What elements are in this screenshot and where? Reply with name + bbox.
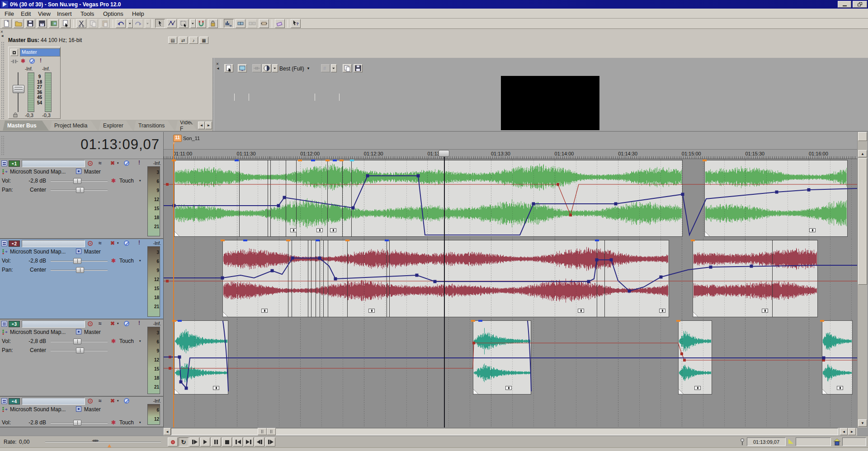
open-project-button[interactable] [14,19,24,28]
save-frame-icon[interactable] [354,64,363,72]
mute-output-icon[interactable] [29,58,35,64]
status-timecode[interactable]: 01:13:09,07 [747,437,786,446]
tab-explorer[interactable]: Explorer [99,121,133,131]
mute-dropdown-icon[interactable]: ▾ [117,322,119,325]
go-to-start-button[interactable] [233,437,243,446]
previous-frame-button[interactable] [255,437,264,446]
tab-video-fx[interactable]: Video F [175,121,197,131]
track-2-badge[interactable]: ◂2 [9,240,20,247]
enable-snapping-button[interactable] [196,19,206,28]
video-properties-icon[interactable] [224,64,233,72]
track-minimize-icon[interactable] [1,398,7,404]
cut-button[interactable] [76,19,86,28]
track-name-field[interactable] [22,160,85,167]
play-from-start-button[interactable] [189,437,199,446]
vol-slider-thumb[interactable] [73,338,81,344]
bus-icon[interactable] [10,49,18,56]
record-arm-button[interactable] [88,241,93,246]
record-button[interactable] [168,437,178,446]
close-preview-icon[interactable]: × [216,61,219,66]
rate-slider-track[interactable] [45,442,161,442]
vol-slider-thumb[interactable] [73,420,81,426]
automation-dropdown-icon[interactable]: ▾ [139,259,141,263]
track-4-header[interactable]: ◂4≈✖▾-Inf.Microsoft Sound Map...MasterVo… [0,397,164,428]
mute-dropdown-icon[interactable]: ▾ [117,241,119,245]
track-3-badge[interactable]: ◂3 [9,321,20,327]
audio-device-icon[interactable] [2,406,8,413]
bus-routing-label[interactable]: Master [84,169,101,175]
mute-button[interactable]: ✖ [110,160,115,166]
tabs-scroll-right[interactable]: ► [205,122,212,129]
vol-value[interactable]: -2,8 dB [18,338,46,344]
snap-cursor-icon[interactable] [740,438,745,446]
solo-button[interactable] [124,160,129,166]
playhead-handle[interactable] [439,150,449,157]
bus-routing-label[interactable]: Master [84,406,101,413]
pan-slider-thumb[interactable] [76,267,84,273]
mute-dropdown-icon[interactable]: ▾ [117,161,119,165]
undo-dropdown-button[interactable] [127,19,133,28]
pan-slider-thumb[interactable] [76,348,84,353]
quality-dropdown-arrow[interactable]: ▼ [307,66,310,70]
device-selector[interactable]: Microsoft Sound Map... [10,329,66,335]
menu-edit[interactable]: Edit [19,10,33,18]
menu-options[interactable]: Options [101,10,125,18]
slip-tool-button[interactable] [259,19,269,28]
whats-this-help-button[interactable]: ? [291,19,301,28]
pan-slider-thumb[interactable] [76,187,84,193]
vscroll-thumb[interactable] [858,158,867,285]
track-envelope-icon[interactable]: ≈ [99,160,102,166]
edit-tool-dropdown-button[interactable] [190,19,196,28]
bus-name-field[interactable]: Master [20,49,60,56]
vol-value[interactable]: -2,8 dB [18,258,46,264]
vol-value[interactable]: -2.8 dB [18,419,46,426]
track-envelope-icon[interactable]: ≈ [99,240,102,246]
automation-mode[interactable]: Touch [119,258,134,264]
cursor-time-display[interactable]: 01:13:09,07 [80,136,160,153]
lock-fader-icon[interactable] [13,112,18,117]
audio-device-icon[interactable] [2,249,8,255]
track-3-header[interactable]: ◂3≈✖▾!-Inf.Microsoft Sound Map...MasterV… [0,319,164,397]
overlays-dropdown[interactable] [331,64,337,72]
automation-dropdown-icon[interactable]: ▾ [139,179,141,183]
track-name-field[interactable] [22,320,85,328]
bus-routing-icon[interactable] [76,406,81,412]
track-minimize-icon[interactable] [1,160,7,166]
track-envelope-icon[interactable]: ≈ [99,398,102,404]
menu-tools[interactable]: Tools [79,10,96,18]
vscroll-up-arrow[interactable]: ▲ [858,150,867,157]
automation-settings-icon[interactable]: ✱ [111,178,116,184]
menu-help[interactable]: Help [130,10,146,18]
copy-frame-icon[interactable] [343,64,352,72]
restore-button[interactable] [853,1,867,8]
dim-output-icon[interactable]: ! [40,57,42,64]
render-as-button[interactable] [49,19,59,28]
eraser-tool-button[interactable] [275,19,285,28]
menu-insert[interactable]: Insert [55,10,74,18]
mute-dropdown-icon[interactable]: ▾ [117,399,119,403]
pan-value[interactable]: Center [18,187,46,193]
pan-value[interactable]: Center [18,267,46,273]
tab-master-bus[interactable]: Master Bus [3,121,49,131]
undo-button[interactable] [116,19,126,28]
track-2-header[interactable]: ◂2≈✖▾!-Inf.Microsoft Sound Map...MasterV… [0,239,164,319]
device-selector[interactable]: Microsoft Sound Map... [10,249,66,255]
time-display-grip[interactable] [1,136,4,155]
automation-settings-icon[interactable]: ✱ [111,258,116,264]
properties-icon[interactable]: ▤ [168,37,177,44]
automation-mode[interactable]: Touch [119,338,134,344]
hscroll-right-arrow[interactable]: ► [848,428,856,435]
track-4-content[interactable] [164,397,857,428]
playhead[interactable] [444,150,445,428]
project-properties-button[interactable] [61,19,71,28]
record-arm-button[interactable] [88,161,93,166]
marker-tag[interactable]: 11 [173,135,182,142]
normal-edit-tool-button[interactable] [155,19,165,28]
automation-settings-icon[interactable]: ✱ [111,338,116,344]
automation-settings-icon[interactable]: ✱ [111,419,116,426]
collapse-preview-icon[interactable]: ◄ [216,66,220,70]
stop-button[interactable] [222,437,232,446]
audio-device-icon[interactable] [2,329,8,335]
publish-project-button[interactable]: ? [37,19,47,28]
track-name-field[interactable] [22,240,85,247]
